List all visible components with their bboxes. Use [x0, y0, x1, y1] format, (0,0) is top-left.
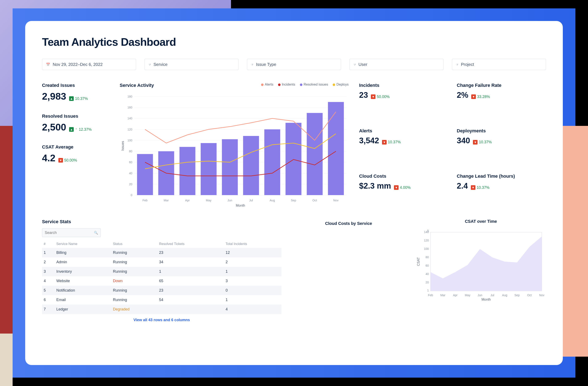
calendar-icon — [46, 62, 50, 67]
kpi-delta: 10.37% — [388, 140, 401, 144]
svg-text:Mar: Mar — [164, 199, 169, 202]
svg-text:Aug: Aug — [502, 293, 507, 297]
svg-text:Jul: Jul — [249, 199, 253, 202]
csat-over-time: CSAT over Time 1204060801001201405FebMar… — [416, 219, 546, 322]
kpi-value: 23 — [359, 91, 368, 100]
kpi-label: Alerts — [359, 128, 448, 134]
svg-text:60: 60 — [425, 264, 429, 267]
filter-service-label: Service — [153, 62, 168, 67]
filter-project[interactable]: Project — [452, 59, 546, 70]
search-field[interactable] — [45, 231, 91, 235]
table-row[interactable]: 7LedgerDegraded4 — [42, 305, 281, 314]
svg-text:80: 80 — [129, 150, 132, 153]
svg-text:1: 1 — [427, 289, 429, 292]
svg-rect-29 — [328, 102, 344, 195]
filter-date-label: Nov 29, 2022–Dec 6, 2022 — [53, 62, 103, 67]
kpis-right: Incidents 23 ▼50.00% Change Failure Rate… — [359, 83, 546, 209]
svg-rect-26 — [264, 129, 280, 195]
trend-down-icon: ▼ — [471, 185, 475, 190]
svg-text:40: 40 — [129, 172, 132, 175]
kpi-label: Incidents — [359, 83, 448, 88]
dashboard-panel: Team Analytics Dashboard Nov 29, 2022–De… — [25, 21, 563, 365]
kpi-delta: 50.00% — [64, 158, 77, 163]
filter-issue-type-label: Issue Type — [256, 62, 276, 67]
filter-service[interactable]: Service — [145, 59, 239, 70]
svg-text:80: 80 — [425, 255, 429, 259]
kpi-label: Deployments — [457, 128, 546, 134]
trend-down-icon: ▼ — [371, 94, 376, 99]
trend-down-icon: ▼ — [394, 185, 399, 190]
service-stats-table: #Service NameStatusResolved TicketsTotal… — [42, 240, 281, 314]
kpi-csat-avg: CSAT Average 4.2 ▼50.00% — [42, 144, 111, 164]
kpi-value: 2.4 — [457, 181, 468, 191]
svg-text:Month: Month — [482, 298, 491, 301]
kpi-delta: 33.28% — [477, 95, 490, 99]
kpi-label: Change Failure Rate — [457, 83, 546, 88]
trend-down-icon: ▼ — [58, 158, 63, 163]
kpi-delta: 10.37% — [479, 140, 492, 144]
kpi-alerts: Alerts 3,542 ▼10.37% — [359, 128, 448, 163]
kpis-left: Created Issues 2,983 ▲10.37% Resolved Is… — [42, 83, 111, 209]
search-icon — [94, 231, 98, 235]
kpi-value: 2,983 — [42, 91, 66, 102]
kpi-value: 3,542 — [359, 136, 379, 145]
kpi-value: $2.3 mm — [359, 181, 391, 191]
kpi-deployments: Deployments 340 ▼10.37% — [457, 128, 546, 163]
svg-text:Nov: Nov — [333, 199, 338, 202]
svg-text:40: 40 — [425, 272, 429, 276]
caret-up-icon — [75, 127, 78, 132]
svg-text:Apr: Apr — [185, 199, 190, 202]
svg-rect-28 — [307, 113, 323, 195]
kpi-change-lead: Change Lead Time (hours) 2.4 ▼10.37% — [457, 174, 546, 209]
view-all-link[interactable]: View all 43 rows and 6 columns — [42, 318, 281, 322]
funnel-icon — [354, 62, 356, 67]
svg-text:CSAT: CSAT — [417, 257, 420, 266]
table-row[interactable]: 4WebsiteDown653 — [42, 276, 281, 286]
svg-text:Oct: Oct — [313, 199, 317, 202]
kpi-cloud-costs: Cloud Costs $2.3 mm ▼4.00% — [359, 174, 448, 209]
kpi-label: CSAT Average — [42, 144, 111, 150]
legend-alerts: Alerts — [261, 83, 273, 86]
svg-text:180: 180 — [127, 95, 132, 98]
table-row[interactable]: 5NotificationRunning230 — [42, 286, 281, 295]
svg-text:100: 100 — [127, 139, 132, 142]
search-input[interactable] — [42, 228, 101, 237]
svg-text:100: 100 — [424, 247, 429, 251]
legend-resolved: Resolved issues — [300, 83, 328, 86]
svg-text:Sep: Sep — [514, 293, 520, 297]
filter-date-range[interactable]: Nov 29, 2022–Dec 6, 2022 — [42, 59, 136, 70]
funnel-icon — [148, 62, 151, 67]
kpi-value: 4.2 — [42, 152, 55, 164]
table-header: # — [42, 240, 55, 248]
funnel-icon — [456, 62, 459, 67]
section-title: Service Stats — [42, 219, 281, 225]
table-row[interactable]: 6EmailRunning541 — [42, 295, 281, 305]
page-title: Team Analytics Dashboard — [42, 36, 546, 48]
trend-up-icon: ▲ — [69, 127, 74, 132]
chart-legend: Alerts Incidents Resolved issues Deploys — [261, 83, 349, 86]
kpi-delta: 12.37% — [79, 127, 92, 132]
kpi-created-issues: Created Issues 2,983 ▲10.37% — [42, 83, 111, 102]
kpi-value: 340 — [457, 136, 470, 145]
table-row[interactable]: 1BillingRunning2312 — [42, 248, 281, 257]
svg-text:Oct: Oct — [527, 293, 532, 297]
filter-project-label: Project — [461, 62, 474, 67]
svg-text:Apr: Apr — [453, 293, 458, 297]
svg-text:60: 60 — [129, 160, 132, 164]
kpi-label: Cloud Costs — [359, 174, 448, 179]
kpi-cfr: Change Failure Rate 2% ▼33.28% — [457, 83, 546, 118]
table-row[interactable]: 3InventoryRunning11 — [42, 267, 281, 276]
table-row[interactable]: 2AdminRunning342 — [42, 257, 281, 267]
legend-incidents: Incidents — [278, 83, 295, 86]
kpi-delta: 4.00% — [400, 185, 411, 190]
kpi-resolved-issues: Resolved Issues 2,500 ▲12.37% — [42, 114, 111, 133]
kpi-delta: 10.37% — [477, 185, 489, 190]
svg-rect-27 — [286, 123, 302, 195]
filter-user[interactable]: User — [349, 59, 443, 70]
svg-rect-20 — [137, 154, 153, 195]
filters-row: Nov 29, 2022–Dec 6, 2022 Service Issue T… — [42, 59, 546, 70]
trend-down-icon: ▼ — [473, 140, 478, 145]
table-header: Total Incidents — [224, 240, 281, 248]
filter-issue-type[interactable]: Issue Type — [247, 59, 341, 70]
trend-down-icon: ▼ — [471, 94, 476, 99]
